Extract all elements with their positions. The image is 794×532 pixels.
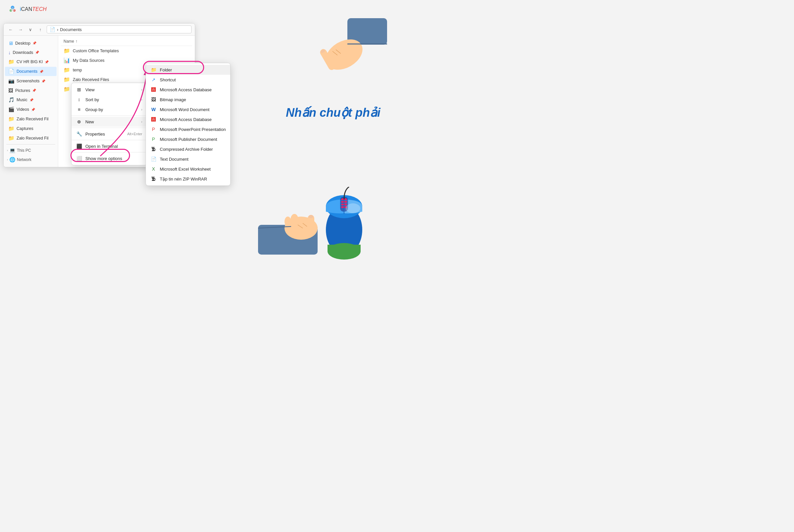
videos-icon: 🎬 [8, 107, 15, 112]
sidebar-label-cv: CV HR BIG KI [17, 59, 43, 64]
column-header-name[interactable]: Name ↑ [61, 38, 192, 46]
sidebar: 🖥 Desktop 📌 ↓ Downloads 📌 📁 CV HR BIG KI… [4, 36, 58, 167]
ctx-new[interactable]: ⊕ New › [72, 117, 147, 127]
new-arrow: › [141, 120, 142, 124]
sub-zip-icon: 🗜 [150, 176, 156, 182]
sub-ppt-label: Microsoft PowerPoint Presentation [160, 127, 226, 132]
submenu-new: 📁 Folder ↗ Shortcut 🅰 Microsoft Access D… [146, 63, 230, 186]
submenu-shortcut[interactable]: ↗ Shortcut [146, 75, 230, 84]
sidebar-label-music: Music [17, 97, 27, 102]
pictures-icon: 🖼 [8, 88, 13, 93]
ctx-sort-label: Sort by [85, 97, 99, 102]
sidebar-section-thispc[interactable]: › 💻 This PC [4, 146, 58, 155]
cv-pin: 📌 [45, 60, 49, 64]
ctx-group-by[interactable]: ≡ Group by › [72, 104, 147, 114]
show-more-icon: ⬜ [76, 156, 82, 161]
folder-icon-zoom: 📁 [63, 86, 70, 92]
zalo2-icon: 📁 [8, 135, 15, 141]
dropdown-button[interactable]: ∨ [27, 26, 34, 33]
up-button[interactable]: ↑ [37, 26, 44, 33]
annotation-label: Nhấn chuột phải [286, 106, 381, 119]
sub-pub-label: Microsoft Publisher Document [160, 137, 217, 142]
submenu-folder[interactable]: 📁 Folder [146, 65, 230, 75]
ctx-sort-by[interactable]: ↕ Sort by › [72, 95, 147, 104]
submenu-word[interactable]: W Microsoft Word Document [146, 104, 230, 114]
hand-top-illustration [314, 18, 387, 79]
submenu-bitmap[interactable]: 🖼 Bitmap image [146, 95, 230, 104]
file-name-zalo: Zalo Received Files [73, 77, 109, 82]
submenu-compressed[interactable]: 🗜 Compressed Archive Folder [146, 144, 230, 154]
sidebar-item-cv[interactable]: 📁 CV HR BIG KI 📌 [5, 57, 57, 66]
sidebar-item-downloads[interactable]: ↓ Downloads 📌 [5, 48, 57, 57]
sub-shortcut-icon: ↗ [150, 77, 156, 82]
context-menu: ⊞ View › ↕ Sort by › ≡ Group by › ⊕ New … [71, 83, 147, 165]
submenu-excel[interactable]: X Microsoft Excel Worksheet [146, 164, 230, 174]
sidebar-label-downloads: Downloads [13, 50, 33, 55]
address-path[interactable]: 📄 › Documents [47, 25, 191, 33]
music-icon: 🎵 [8, 97, 15, 103]
submenu-text-doc[interactable]: 📄 Text Document [146, 154, 230, 164]
documents-pin: 📌 [39, 70, 43, 73]
sub-ppt-icon: P [150, 127, 156, 132]
desktop-icon: 🖥 [8, 40, 13, 46]
logo: iCANTECH [6, 3, 47, 15]
sub-word-label: Microsoft Word Document [160, 107, 209, 112]
forward-button[interactable]: → [17, 26, 24, 33]
sub-shortcut-label: Shortcut [160, 77, 176, 82]
sidebar-label-screenshots: Screenshots [17, 79, 39, 83]
svg-point-33 [309, 215, 313, 218]
sidebar-item-zalo1[interactable]: 📁 Zalo Received Fil [5, 114, 57, 124]
sidebar-label-desktop: Desktop [15, 41, 31, 45]
ctx-properties-label: Properties [85, 132, 105, 136]
submenu-access-db1[interactable]: 🅰 Microsoft Access Database [146, 84, 230, 95]
sidebar-label-zalo1: Zalo Received Fil [17, 117, 49, 121]
sidebar-label-pictures: Pictures [15, 88, 30, 93]
logo-icon [6, 3, 19, 15]
submenu-publisher[interactable]: P Microsoft Publisher Document [146, 134, 230, 144]
ctx-show-more-label: Show more options [85, 156, 122, 161]
sidebar-label-thispc: This PC [17, 148, 31, 153]
thispc-icon: 💻 [9, 148, 16, 153]
sidebar-item-videos[interactable]: 🎬 Videos 📌 [5, 105, 57, 114]
ctx-view[interactable]: ⊞ View › [72, 84, 147, 95]
submenu-access-db2[interactable]: 🅰 Microsoft Access Database [146, 114, 230, 124]
submenu-powerpoint[interactable]: P Microsoft PowerPoint Presentation [146, 124, 230, 134]
ctx-group-label: Group by [85, 107, 103, 112]
sidebar-item-screenshots[interactable]: 📷 Screenshots 📌 [5, 76, 57, 86]
ctx-new-label: New [85, 119, 94, 124]
sub-access2-label: Microsoft Access Database [160, 117, 212, 122]
terminal-icon: ⬛ [76, 144, 82, 149]
sub-excel-label: Microsoft Excel Worksheet [160, 167, 211, 172]
ctx-divider2 [72, 128, 147, 128]
sidebar-label-videos: Videos [17, 107, 29, 112]
sidebar-section-network[interactable]: › 🌐 Network [4, 155, 58, 164]
videos-pin: 📌 [31, 108, 35, 111]
sidebar-item-zalo2[interactable]: 📁 Zalo Received Fil [5, 134, 57, 143]
sub-excel-icon: X [150, 166, 156, 172]
sub-access1-icon: 🅰 [150, 87, 156, 92]
sidebar-item-documents[interactable]: 📄 Documents 📌 [5, 67, 57, 76]
back-button[interactable]: ← [7, 26, 14, 33]
ctx-open-terminal[interactable]: ⬛ Open in Terminal [72, 141, 147, 151]
sub-zip-label: Tập tin nén ZIP WinRAR [160, 176, 207, 182]
sub-word-icon: W [150, 107, 156, 112]
ctx-properties[interactable]: 🔧 Properties Alt+Enter [72, 129, 147, 139]
ctx-terminal-label: Open in Terminal [85, 144, 118, 149]
new-icon: ⊕ [76, 119, 82, 124]
view-arrow: › [141, 88, 142, 92]
submenu-zip-winrar[interactable]: 🗜 Tập tin nén ZIP WinRAR [146, 174, 230, 184]
file-item-custom-office[interactable]: 📁 Custom Office Templates [61, 46, 192, 56]
sidebar-item-desktop[interactable]: 🖥 Desktop 📌 [5, 39, 57, 48]
zalo1-icon: 📁 [8, 116, 15, 122]
address-bar: ← → ∨ ↑ 📄 › Documents [4, 23, 195, 36]
network-icon: 🌐 [9, 157, 16, 163]
sidebar-item-captures[interactable]: 📁 Captures [5, 124, 57, 133]
sidebar-label-zalo2: Zalo Received Fil [17, 136, 49, 140]
network-chevron: › [7, 158, 8, 162]
sub-folder-label: Folder [160, 68, 172, 72]
sidebar-item-pictures[interactable]: 🖼 Pictures 📌 [5, 86, 57, 95]
ctx-divider1 [72, 115, 147, 116]
hand-bottom-illustration [258, 208, 318, 256]
ctx-show-more[interactable]: ⬜ Show more options [72, 153, 147, 163]
sidebar-item-music[interactable]: 🎵 Music 📌 [5, 95, 57, 104]
